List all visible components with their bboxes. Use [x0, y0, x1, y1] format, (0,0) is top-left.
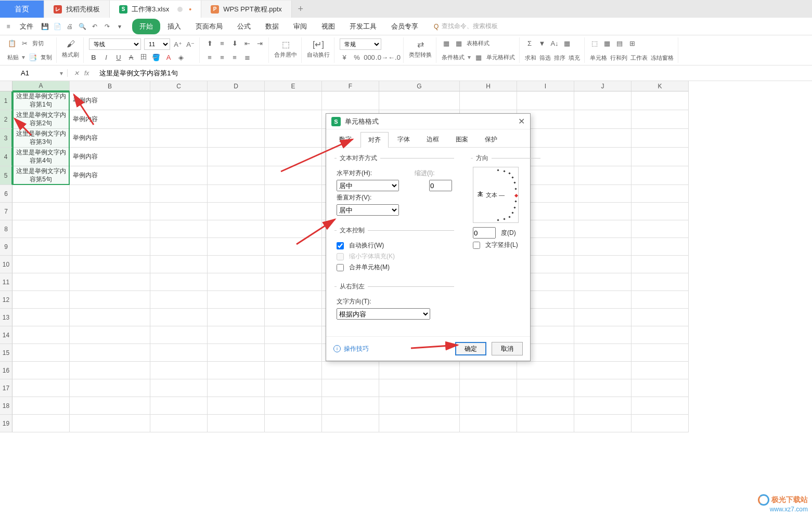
paste-label[interactable]: 粘贴 — [7, 54, 19, 61]
menu-tab-formula[interactable]: 公式 — [230, 19, 258, 34]
rowcol-icon[interactable]: ▦ — [602, 38, 612, 48]
cell[interactable] — [265, 203, 322, 220]
cell[interactable] — [150, 256, 208, 273]
cell[interactable] — [574, 238, 631, 256]
row-header[interactable]: 15 — [0, 344, 12, 362]
cell[interactable] — [150, 110, 208, 129]
cell[interactable] — [150, 291, 208, 309]
bold-icon[interactable]: B — [89, 52, 98, 62]
row-header[interactable]: 19 — [0, 415, 12, 432]
cancel-formula-icon[interactable]: ✕ — [74, 70, 79, 77]
cancel-button[interactable]: 取消 — [492, 342, 523, 355]
cell[interactable] — [460, 91, 517, 110]
cell[interactable] — [631, 291, 689, 309]
cell[interactable] — [12, 362, 70, 379]
cell[interactable] — [208, 415, 265, 432]
cell[interactable] — [631, 256, 689, 273]
cell[interactable] — [70, 344, 150, 362]
dtab-protect[interactable]: 保护 — [477, 131, 505, 147]
cell[interactable] — [631, 415, 689, 432]
cell[interactable] — [208, 203, 265, 220]
undo-icon[interactable]: ↶ — [89, 21, 100, 32]
menu-tab-layout[interactable]: 页面布局 — [188, 19, 230, 34]
comma-icon[interactable]: 000 — [365, 52, 374, 62]
percent-icon[interactable]: % — [352, 52, 362, 62]
cell[interactable] — [574, 129, 631, 148]
cell[interactable]: 举例内容 — [70, 148, 150, 166]
cell[interactable] — [631, 273, 689, 291]
cell[interactable] — [265, 326, 322, 344]
cell[interactable] — [322, 415, 379, 432]
cell[interactable] — [631, 203, 689, 220]
menu-tab-insert[interactable]: 插入 — [160, 19, 188, 34]
merge-checkbox[interactable] — [337, 264, 344, 271]
align-center-icon[interactable]: ≡ — [217, 52, 227, 62]
dtab-align[interactable]: 对齐 — [360, 132, 389, 148]
font-name-select[interactable]: 等线 — [89, 38, 141, 50]
indent-right-icon[interactable]: ⇥ — [255, 38, 264, 48]
cell[interactable] — [150, 238, 208, 256]
cell[interactable] — [322, 379, 379, 397]
cell[interactable] — [631, 326, 689, 344]
font-size-select[interactable]: 11 — [144, 38, 170, 50]
cell[interactable] — [460, 362, 517, 379]
clipboard-icon[interactable]: ✂ — [20, 38, 29, 48]
cell[interactable] — [70, 415, 150, 432]
cell[interactable] — [631, 91, 689, 110]
row-header[interactable]: 7 — [0, 203, 12, 220]
cell[interactable] — [265, 220, 322, 238]
cell[interactable] — [70, 238, 150, 256]
direction-select[interactable]: 根据内容 — [337, 308, 430, 320]
strike-icon[interactable]: A — [126, 52, 136, 62]
col-header[interactable]: E — [265, 81, 322, 91]
cell[interactable] — [574, 362, 631, 379]
cell-icon[interactable]: ⬚ — [590, 38, 599, 48]
cell[interactable] — [208, 362, 265, 379]
dtab-pattern[interactable]: 图案 — [448, 131, 476, 147]
copy-icon[interactable]: 📑 — [28, 52, 37, 62]
cell[interactable] — [12, 326, 70, 344]
number-format-select[interactable]: 常规 — [340, 38, 381, 50]
cell[interactable] — [208, 148, 265, 166]
cell[interactable] — [631, 220, 689, 238]
cell[interactable] — [150, 203, 208, 220]
cell[interactable]: 这里是举例文字内容第2句 — [12, 110, 70, 129]
cell[interactable] — [265, 291, 322, 309]
dec-decimal-icon[interactable]: ←.0 — [390, 52, 399, 62]
cell[interactable] — [517, 379, 574, 397]
align-top-icon[interactable]: ⬆ — [205, 38, 214, 48]
cell[interactable] — [322, 362, 379, 379]
name-dropdown-icon[interactable]: ▾ — [60, 70, 63, 77]
add-tab-button[interactable]: + — [292, 1, 310, 18]
increase-font-icon[interactable]: A⁺ — [173, 39, 183, 49]
cell[interactable] — [208, 256, 265, 273]
command-search[interactable]: Q 查找命令、搜索模板 — [434, 22, 498, 31]
cell[interactable] — [70, 397, 150, 415]
cell[interactable] — [265, 91, 322, 110]
row-header[interactable]: 6 — [0, 185, 12, 203]
tab-workbook[interactable]: S 工作簿3.xlsx • — [110, 1, 201, 18]
tips-link[interactable]: i操作技巧 — [333, 345, 369, 353]
wrap-text-button[interactable]: [↵]自动换行 — [307, 38, 330, 59]
row-header[interactable]: 17 — [0, 379, 12, 397]
cell[interactable] — [265, 362, 322, 379]
cell[interactable] — [265, 273, 322, 291]
ok-button[interactable]: 确定 — [455, 342, 486, 355]
cell[interactable] — [631, 148, 689, 166]
col-header[interactable]: B — [70, 81, 150, 91]
cell[interactable] — [70, 203, 150, 220]
fill-color-icon[interactable]: 🪣 — [151, 52, 161, 62]
cell[interactable] — [574, 256, 631, 273]
cell[interactable] — [208, 220, 265, 238]
select-all-corner[interactable] — [0, 81, 12, 91]
cell[interactable]: 举例内容 — [70, 129, 150, 148]
cell[interactable] — [379, 379, 460, 397]
cell[interactable] — [70, 379, 150, 397]
cell[interactable] — [574, 309, 631, 326]
save-icon[interactable]: 💾 — [40, 21, 50, 32]
cell[interactable]: 这里是举例文字内容第5句 — [12, 166, 70, 185]
col-header[interactable]: J — [574, 81, 631, 91]
copy-label[interactable]: 复制 — [41, 54, 52, 61]
menu-tab-view[interactable]: 视图 — [314, 19, 342, 34]
cell[interactable] — [150, 397, 208, 415]
